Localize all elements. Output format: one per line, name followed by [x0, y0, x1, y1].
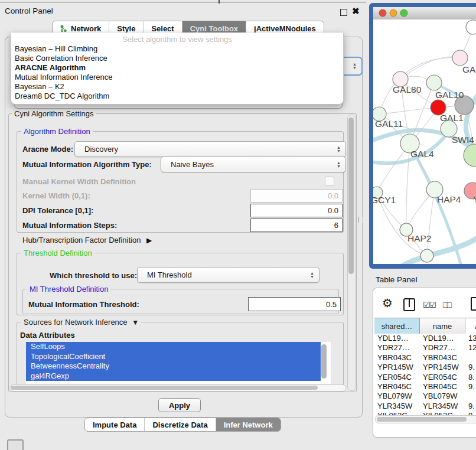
tab-cyni-toolbox-label: Cyni Toolbox	[190, 24, 238, 33]
dpi-tolerance-value: 0.0	[328, 206, 338, 215]
network-tab-icon	[60, 25, 67, 32]
tab-infer-network-label: Infer Network	[224, 420, 273, 429]
column-header-name[interactable]: name	[420, 318, 465, 334]
which-threshold-combo[interactable]: MI Threshold ▲▼	[137, 267, 319, 283]
minimized-panel-icon[interactable]	[7, 439, 24, 450]
cell: YDL19…	[374, 334, 420, 343]
kernel-width-label: Kernel Width (0,1):	[22, 191, 90, 200]
settings-vertical-scrollbar-thumb[interactable]	[348, 118, 354, 274]
mi-type-label: Mutual Information Algorithm Type:	[22, 160, 152, 169]
node-bottom-partial[interactable]	[420, 249, 433, 262]
tab-style-label: Style	[117, 24, 135, 33]
table-row[interactable]: YBR045C YBR045C 9.	[374, 382, 476, 392]
float-panel-icon[interactable]	[340, 9, 347, 16]
deselect-all-checkboxes-icon[interactable]: □□	[443, 300, 451, 309]
node-green-large[interactable]	[464, 144, 476, 167]
cell: YLR345W	[374, 402, 420, 411]
hub-definition-expander[interactable]: Hub/Transcription Factor Definition ▶	[22, 236, 152, 244]
dropdown-item[interactable]: Bayesian – K2	[11, 82, 343, 92]
node-label: GAL1	[440, 113, 464, 123]
mi-threshold-value: 0.5	[326, 300, 337, 309]
mi-type-value: Naive Bayes	[166, 160, 214, 169]
settings-horizontal-scrollbar-thumb[interactable]	[11, 386, 318, 390]
mi-steps-input[interactable]: 6	[250, 219, 343, 232]
dropdown-item[interactable]: Basic Correlation Inference	[11, 54, 343, 63]
panel-splitter-grip[interactable]	[358, 217, 363, 223]
dropdown-item-selected[interactable]: ARACNE Algorithm	[11, 63, 343, 73]
dpi-tolerance-input[interactable]: 0.0	[250, 204, 343, 217]
list-item[interactable]: SelfLoops	[26, 342, 321, 352]
cyni-algorithm-settings-label: Cyni Algorithm Settings	[12, 109, 96, 118]
sources-label-text: Sources for Network Inference	[24, 318, 128, 327]
table-header-row: shared… name A	[374, 318, 476, 334]
minimize-window-icon[interactable]	[390, 9, 397, 17]
table-row[interactable]: YDL19… YDL19… 13	[374, 334, 476, 343]
mi-type-combo[interactable]: Naive Bayes ▲▼	[161, 156, 346, 172]
dropdown-item[interactable]: Mutual Information Inference	[11, 73, 343, 82]
column-header-label: name	[433, 322, 452, 331]
network-window-titlebar[interactable]	[373, 7, 476, 20]
spinner-icon: ▲▼	[310, 272, 314, 279]
window-top-border	[0, 2, 366, 2]
apply-button[interactable]: Apply	[158, 398, 201, 412]
select-all-checkboxes-icon[interactable]: ☑☑	[423, 300, 435, 309]
table-row[interactable]: YPR145W YPR145W 9.	[374, 363, 476, 372]
dropdown-item[interactable]: Dream8 DC_TDC Algorithm	[11, 92, 343, 101]
data-attributes-list: SelfLoops TopologicalCoefficient Between…	[26, 342, 331, 384]
node-label: GAL11	[375, 119, 403, 129]
node-label: HAP2	[407, 233, 432, 243]
cell: YBL079W	[374, 392, 420, 401]
network-canvas[interactable]: GAL GAL80 GAL10 GAL1 GAL11 SWI4 GAL4 GCY…	[373, 19, 476, 264]
tab-discretize-data[interactable]: Discretize Data	[145, 418, 216, 431]
dropdown-item[interactable]: Bayesian – Hill Climbing	[11, 44, 343, 54]
sources-group-label[interactable]: Sources for Network Inference ▼	[21, 318, 141, 327]
close-window-icon[interactable]	[379, 9, 386, 17]
list-item[interactable]: gal4RGexp	[26, 371, 321, 381]
cell: 13	[465, 334, 476, 343]
table-row[interactable]: YDR27… YDR27… 12	[374, 343, 476, 353]
cell: YPR145W	[420, 363, 465, 372]
spinner-icon: ▲▼	[353, 63, 357, 70]
column-layout-icon[interactable]	[403, 298, 415, 311]
aracne-mode-combo[interactable]: Discovery ▲▼	[74, 141, 346, 157]
cell: YER054C	[374, 373, 420, 382]
tab-discretize-data-label: Discretize Data	[152, 420, 207, 429]
zoom-window-icon[interactable]	[400, 9, 407, 17]
kernel-width-input[interactable]: 0.0	[250, 189, 343, 203]
list-vertical-scrollbar-thumb[interactable]	[321, 344, 327, 379]
list-item[interactable]: TopologicalCoefficient	[26, 352, 321, 362]
aracne-mode-label: Aracne Mode:	[22, 145, 73, 154]
node-gal-partial[interactable]	[452, 50, 468, 66]
tab-impute-data[interactable]: Impute Data	[85, 418, 145, 431]
node-unlabeled[interactable]	[466, 20, 476, 34]
node-gal10[interactable]	[426, 75, 442, 90]
cell: 12	[465, 343, 476, 353]
mi-threshold-label: Mutual Information Threshold:	[28, 300, 139, 309]
manual-kernel-checkbox[interactable]	[325, 177, 334, 186]
hub-definition-label: Hub/Transcription Factor Definition	[22, 236, 141, 244]
column-header-partial[interactable]: A	[465, 318, 476, 334]
apply-button-label: Apply	[169, 401, 190, 410]
mi-steps-label: Mutual Information Steps:	[22, 221, 117, 230]
table-row[interactable]: YBR043C YBR043C	[374, 353, 476, 363]
column-header-shared-name[interactable]: shared…	[374, 318, 420, 334]
mi-threshold-input[interactable]: 0.5	[248, 297, 341, 311]
table-settings-gear-icon[interactable]: ⚙	[382, 297, 393, 309]
table-row[interactable]: YLR345W YLR345W 9.	[374, 402, 476, 411]
close-panel-icon[interactable]: ✖	[352, 6, 360, 17]
table-row[interactable]: YER054C YER054C 8.	[374, 373, 476, 382]
dpi-tolerance-label: DPI Tolerance [0,1]:	[22, 206, 93, 215]
cell: YDR27…	[374, 343, 420, 353]
splitter-tick[interactable]	[219, 0, 220, 4]
cell	[465, 353, 476, 363]
table-row[interactable]: YBL079W YBL079W	[374, 392, 476, 401]
data-attributes-label: Data Attributes	[20, 331, 75, 340]
kernel-width-value: 0.0	[328, 191, 338, 200]
which-threshold-label: Which threshold to use:	[50, 271, 137, 280]
tab-infer-network[interactable]: Infer Network	[216, 418, 281, 431]
new-table-icon[interactable]	[471, 297, 476, 311]
list-item[interactable]: BetweennessCentrality	[26, 361, 321, 371]
control-panel-title: Control Panel	[5, 6, 53, 15]
cell: YDR27…	[420, 343, 465, 353]
table-horizontal-scrollbar-thumb[interactable]	[377, 417, 467, 422]
